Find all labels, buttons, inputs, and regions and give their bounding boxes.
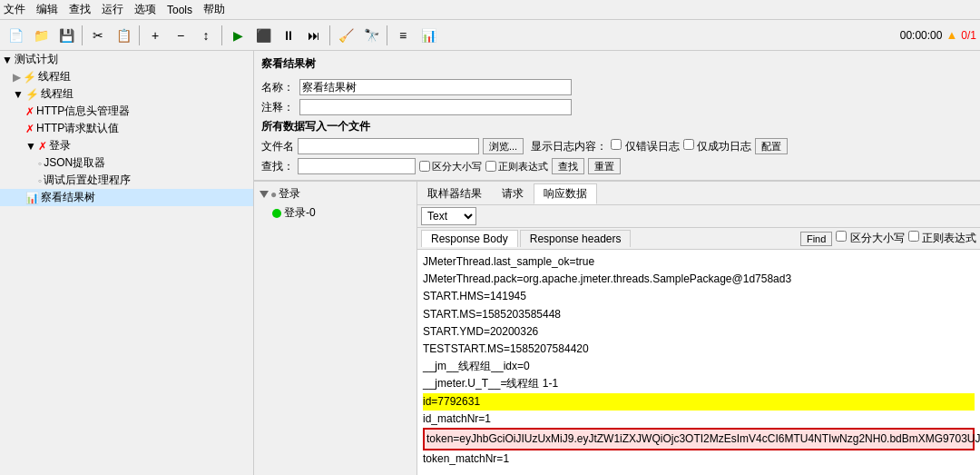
toolbar-more[interactable]: ⏭ — [302, 24, 326, 47]
comment-input[interactable] — [299, 99, 572, 115]
tree-root-icon: ▼ — [2, 54, 13, 66]
content-body: JMeterThread.last_sample_ok=trueJMeterTh… — [417, 250, 980, 475]
find-button[interactable]: 查找 — [552, 158, 584, 174]
tree-item-http-header[interactable]: ✗ HTTP信息头管理器 — [0, 103, 253, 120]
result-tree-content: ● 登录 登录-0 — [258, 185, 413, 222]
file-input[interactable] — [298, 138, 479, 154]
denglu-expand-icon: ▼ — [25, 140, 36, 153]
menu-help[interactable]: 帮助 — [203, 2, 225, 17]
toolbar-run[interactable]: ▶ — [226, 24, 250, 47]
view-type-row: Text HTML JSON XML Binary — [417, 205, 980, 228]
toolbar-broom[interactable]: 🧹 — [334, 24, 358, 47]
menu-find[interactable]: 查找 — [69, 2, 91, 17]
tree-item-post[interactable]: ◦ 调试后置处理程序 — [0, 172, 253, 189]
toolbar-collapse[interactable]: − — [169, 24, 192, 47]
content-line: token_matchNr=1 — [423, 450, 975, 468]
toolbar-binoculars[interactable]: 🔭 — [359, 24, 383, 47]
toolbar-stop[interactable]: ⬛ — [251, 24, 275, 47]
error-log-checkbox-label[interactable]: 仅错误日志 — [611, 139, 679, 154]
result-denglu-label: 登录 — [279, 186, 300, 202]
tree-item-view-results[interactable]: 📊 察看结果树 — [0, 189, 253, 206]
toolbar-save[interactable]: 💾 — [54, 24, 78, 47]
toolbar-cut[interactable]: ✂ — [86, 24, 110, 47]
toolbar-copy[interactable]: 📋 — [112, 24, 135, 47]
result-tree-denglu[interactable]: ● 登录 — [258, 185, 413, 203]
result-tree: ● 登录 登录-0 — [254, 182, 417, 475]
thread-icon: ⚡ — [23, 71, 36, 84]
content-line: __jmeter.U_T__=线程组 1-1 — [423, 375, 975, 392]
find-case-checkbox[interactable] — [836, 231, 847, 242]
result-denglu-0-label: 登录-0 — [284, 205, 316, 221]
right-panel: 察看结果树 名称： 注释： 所有数据写入一个文件 文件名 浏览... 显示 — [254, 51, 980, 475]
search-row: 查找： 区分大小写 正则表达式 查找 重置 — [261, 158, 973, 174]
sub-tab-headers[interactable]: Response headers — [520, 230, 632, 247]
main-layout: ▼ 测试计划 ▶ ⚡ 线程组 ▼ ⚡ 线程组 ✗ HTTP信息头管理器 ✗ HT… — [0, 51, 980, 475]
menu-run[interactable]: 运行 — [102, 2, 123, 17]
denglu-gray-dot: ● — [270, 188, 277, 201]
regex-option[interactable]: 正则表达式 — [485, 160, 548, 173]
form-name-row: 名称： — [261, 79, 973, 95]
http-header-icon: ✗ — [25, 105, 34, 118]
form-main-title: 察看结果树 — [261, 56, 316, 72]
toolbar-nav[interactable]: ↕ — [194, 24, 218, 47]
find-in-content-button[interactable]: Find — [800, 232, 832, 246]
tab-request[interactable]: 请求 — [492, 183, 534, 204]
tree-item-json[interactable]: ◦ JSON提取器 — [0, 154, 253, 172]
case-sensitive-option[interactable]: 区分大小写 — [419, 160, 482, 173]
log-options-label: 显示日志内容： — [531, 139, 607, 154]
tree-expand-down-icon: ▼ — [13, 88, 24, 101]
tree-item-xcz2[interactable]: ▼ ⚡ 线程组 — [0, 85, 253, 103]
toolbar-chart[interactable]: 📊 — [416, 24, 440, 47]
tree-item-xczroot[interactable]: ▶ ⚡ 线程组 — [0, 68, 253, 85]
comment-label: 注释： — [261, 100, 294, 115]
toolbar-pause[interactable]: ⏸ — [277, 24, 300, 47]
tree-item-denglu[interactable]: ▼ ✗ 登录 — [0, 137, 253, 154]
error-log-checkbox[interactable] — [611, 139, 622, 150]
menu-file[interactable]: 文件 — [4, 2, 25, 17]
tree-item-http-default[interactable]: ✗ HTTP请求默认值 — [0, 120, 253, 137]
regex-checkbox[interactable] — [485, 161, 496, 172]
search-input[interactable] — [298, 158, 416, 174]
reset-button[interactable]: 重置 — [588, 158, 621, 174]
left-panel: ▼ 测试计划 ▶ ⚡ 线程组 ▼ ⚡ 线程组 ✗ HTTP信息头管理器 ✗ HT… — [0, 51, 254, 475]
case-sensitive-checkbox[interactable] — [419, 161, 430, 172]
warning-icon: ▲ — [946, 28, 957, 42]
view-type-select[interactable]: Text HTML JSON XML Binary — [421, 207, 476, 225]
denglu-0-dot — [272, 209, 281, 218]
file-section-title: 所有数据写入一个文件 — [261, 120, 370, 133]
success-log-checkbox[interactable] — [683, 139, 694, 150]
toolbar-status: 00:00:00 ▲ 0/1 — [900, 28, 976, 42]
menubar: 文件 编辑 查找 运行 选项 Tools 帮助 — [0, 0, 980, 20]
content-line: JMeterThread.last_sample_ok=true — [423, 253, 975, 271]
content-line: id=7792631 — [423, 393, 975, 411]
config-button[interactable]: 配置 — [755, 138, 788, 154]
denglu-triangle — [260, 191, 269, 198]
success-log-checkbox-label[interactable]: 仅成功日志 — [683, 139, 751, 154]
browse-button[interactable]: 浏览... — [483, 138, 524, 154]
menu-options[interactable]: 选项 — [134, 2, 156, 17]
find-regex-option[interactable]: 正则表达式 — [908, 231, 976, 246]
menu-tools[interactable]: Tools — [167, 4, 192, 16]
form-area: 察看结果树 名称： 注释： 所有数据写入一个文件 文件名 浏览... 显示 — [254, 51, 980, 181]
tree-item-root[interactable]: ▼ 测试计划 — [0, 51, 253, 68]
tree-post-label: 调试后置处理程序 — [44, 173, 131, 188]
sub-tab-body[interactable]: Response Body — [421, 230, 518, 247]
find-case-option[interactable]: 区分大小写 — [836, 231, 904, 246]
find-regex-checkbox[interactable] — [908, 231, 919, 242]
toolbar-new[interactable]: 📄 — [4, 24, 27, 47]
result-area: ● 登录 登录-0 取样器结果 请求 响应数据 — [254, 181, 980, 475]
content-line: __jm__线程组__idx=0 — [423, 358, 975, 375]
tree-view-results-label: 察看结果树 — [41, 190, 95, 205]
menu-edit[interactable]: 编辑 — [36, 2, 58, 17]
toolbar-list[interactable]: ≡ — [391, 24, 415, 47]
tab-response-data[interactable]: 响应数据 — [534, 183, 597, 204]
name-input[interactable] — [299, 79, 572, 95]
toolbar-open[interactable]: 📁 — [29, 24, 53, 47]
tab-sampler-result[interactable]: 取样器结果 — [417, 183, 492, 204]
file-row: 文件名 浏览... 显示日志内容： 仅错误日志 仅成功日志 配置 — [261, 138, 973, 154]
result-tree-denglu-0[interactable]: 登录-0 — [258, 204, 413, 222]
toolbar-expand[interactable]: + — [143, 24, 167, 47]
timer-display: 00:00:00 — [900, 29, 943, 42]
sep3 — [221, 25, 222, 45]
denglu-icon: ✗ — [38, 140, 47, 153]
